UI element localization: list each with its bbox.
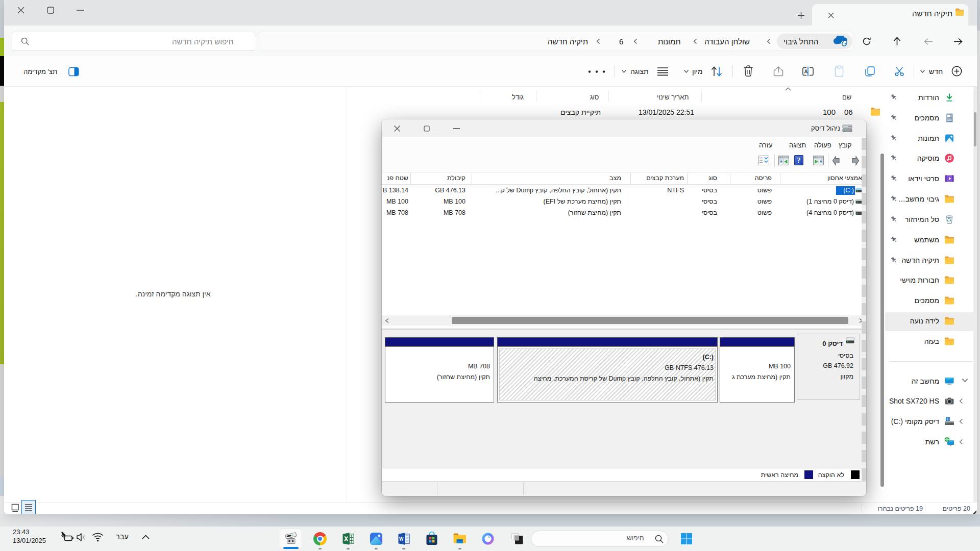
svg-text:?: ? <box>797 156 801 164</box>
